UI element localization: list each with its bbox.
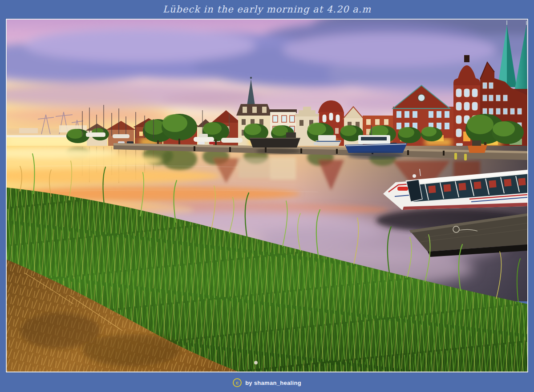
white-boat	[113, 134, 129, 138]
copyright-icon: c	[233, 378, 242, 387]
title-bar: Lübeck in the early morning at 4.20 a.m	[0, 0, 534, 19]
credit-bar: c by shaman_healing	[0, 373, 534, 392]
life-ring-icon	[397, 187, 408, 191]
yellow-bollard	[464, 154, 467, 160]
photo-title: Lübeck in the early morning at 4.20 a.m	[163, 4, 371, 15]
tree	[66, 129, 89, 143]
framed-photo-page: Lübeck in the early morning at 4.20 a.m	[0, 0, 534, 392]
tree	[398, 127, 421, 143]
gable-clock-icon	[418, 94, 425, 101]
tree	[492, 121, 524, 144]
yellow-bollard	[454, 153, 457, 160]
credit-text: by shaman_healing	[245, 380, 301, 386]
white-boat	[86, 132, 105, 137]
photo	[7, 20, 527, 372]
photo-frame	[6, 19, 528, 372]
white-speck	[254, 361, 258, 364]
